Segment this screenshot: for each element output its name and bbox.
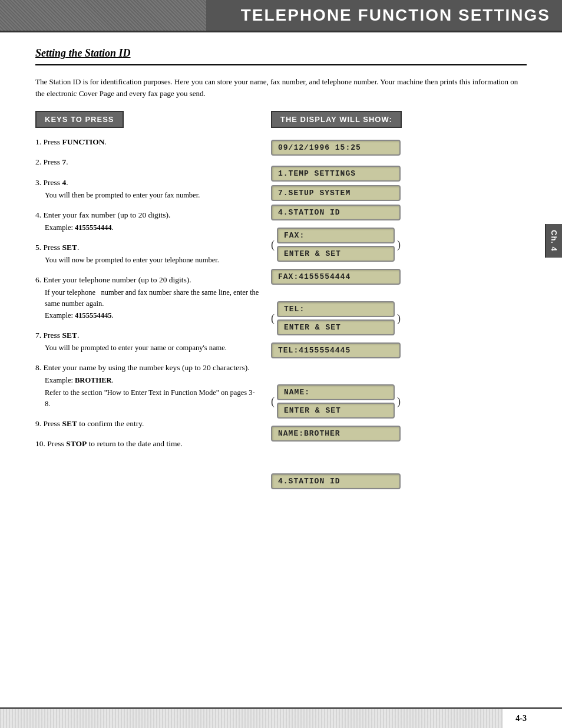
intro-text: The Station ID is for identification pur… — [35, 76, 527, 99]
fax-display-group: FAX: ENTER & SET — [277, 226, 395, 263]
page-number: 4-3 — [515, 714, 527, 723]
step-8-sub1: Example: BROTHER. — [35, 375, 259, 386]
header-pattern — [0, 0, 206, 31]
step-6-bold: 4155554445 — [75, 311, 112, 319]
tel-display-group: TEL: ENTER & SET — [277, 300, 395, 337]
step-7-key: SET — [62, 331, 77, 340]
display-temp-settings: 1.TEMP SETTINGS — [271, 166, 401, 182]
step-3-suffix: . — [66, 178, 68, 187]
step-5-key: SET — [62, 243, 77, 252]
step-9-key: SET — [62, 419, 77, 428]
step-1: 1. Press FUNCTION. — [35, 136, 259, 148]
step-1-suffix: . — [104, 137, 106, 146]
fax-prompt-group: ( FAX: ENTER & SET ) — [271, 224, 401, 265]
display-station-id-final: 4.STATION ID — [271, 473, 401, 489]
section-title: Setting the Station ID — [35, 47, 527, 60]
step-8-sub2: Refer to the section "How to Enter Text … — [35, 387, 259, 410]
step-4-example: 4155554444 — [75, 223, 112, 232]
step-8-example: BROTHER — [75, 376, 112, 384]
name-prompt-group: ( NAME: ENTER & SET ) — [271, 381, 401, 422]
display-datetime: 09/12/1996 15:25 — [271, 140, 401, 156]
step-1-key: FUNCTION — [62, 137, 104, 146]
keys-column: KEYS TO PRESS 1. Press FUNCTION. 2. Pres… — [35, 111, 259, 458]
fax-arrow-right: ) — [397, 239, 401, 251]
two-column-layout: KEYS TO PRESS 1. Press FUNCTION. 2. Pres… — [35, 111, 527, 489]
display-column: THE DISPLAY WILL SHOW: 09/12/1996 15:25 … — [271, 111, 527, 489]
name-arrow-right: ) — [397, 396, 401, 408]
display-header: THE DISPLAY WILL SHOW: — [271, 111, 402, 128]
display-setup-system: 7.SETUP SYSTEM — [271, 185, 401, 201]
step-10: 10. Press STOP to return to the date and… — [35, 438, 259, 450]
step-6-example: Example: 4155554445. — [35, 310, 259, 321]
main-content: Setting the Station ID The Station ID is… — [0, 32, 562, 501]
step-3: 3. Press 4. You will then be prompted to… — [35, 177, 259, 201]
tel-prompt-group: ( TEL: ENTER & SET ) — [271, 298, 401, 339]
tel-arrow-left: ( — [271, 312, 275, 325]
step-5-sub: You will now be prompted to enter your t… — [35, 255, 259, 266]
step-6: 6. Enter your telephone number (up to 20… — [35, 274, 259, 322]
display-fax-number: FAX:4155554444 — [271, 269, 401, 285]
step-9-suffix: to confirm the entry. — [77, 419, 144, 428]
step-2: 2. Press 7. — [35, 156, 259, 168]
step-10-key: STOP — [66, 439, 87, 448]
step-2-suffix: . — [66, 157, 68, 166]
step-8-suffix: . — [112, 376, 114, 384]
display-enter-set-tel: ENTER & SET — [277, 319, 395, 335]
step-10-suffix: to return to the date and time. — [87, 439, 183, 448]
page-footer: 4-3 — [0, 707, 562, 728]
step-7: 7. Press SET. You will be prompted to en… — [35, 330, 259, 354]
steps-list: 1. Press FUNCTION. 2. Press 7. 3. Press … — [35, 136, 259, 450]
display-tel-number: TEL:4155554445 — [271, 342, 401, 358]
fax-arrow-left: ( — [271, 239, 275, 251]
step-5-suffix: . — [77, 243, 79, 252]
step-8: 8. Enter your name by using the number k… — [35, 362, 259, 410]
step-4: 4. Enter your fax number (up to 20 digit… — [35, 209, 259, 233]
name-arrow-left: ( — [271, 396, 275, 408]
display-tel-prompt: TEL: — [277, 301, 395, 317]
tel-arrow-right: ) — [397, 312, 401, 325]
display-enter-set-fax: ENTER & SET — [277, 246, 395, 262]
display-fax-prompt: FAX: — [277, 228, 395, 243]
display-name-value: NAME:BROTHER — [271, 426, 401, 442]
step-4-suffix: . — [112, 223, 114, 232]
step-3-sub: You will then be prompted to enter your … — [35, 190, 259, 201]
section-divider — [35, 64, 527, 65]
footer-pattern — [0, 709, 503, 728]
step-6-sub: If your telephone number and fax number … — [35, 287, 259, 309]
step-7-suffix: . — [77, 331, 79, 340]
step-9: 9. Press SET to confirm the entry. — [35, 418, 259, 430]
display-station-id: 4.STATION ID — [271, 205, 401, 220]
keys-header: KEYS TO PRESS — [35, 111, 124, 128]
chapter-label: Ch. 4 — [550, 230, 558, 252]
name-display-group: NAME: ENTER & SET — [277, 383, 395, 420]
page-title: TELEPHONE FUNCTION SETTINGS — [241, 6, 550, 24]
page-header: TELEPHONE FUNCTION SETTINGS — [0, 0, 562, 32]
step-5: 5. Press SET. You will now be prompted t… — [35, 242, 259, 266]
step-6-ex-suffix: . — [112, 311, 114, 319]
step-4-sub: Example: 4155554444. — [35, 222, 259, 233]
step-7-sub: You will be prompted to enter your name … — [35, 342, 259, 354]
chapter-tab: Ch. 4 — [545, 224, 562, 258]
display-name-prompt: NAME: — [277, 384, 395, 400]
display-enter-set-name: ENTER & SET — [277, 403, 395, 419]
